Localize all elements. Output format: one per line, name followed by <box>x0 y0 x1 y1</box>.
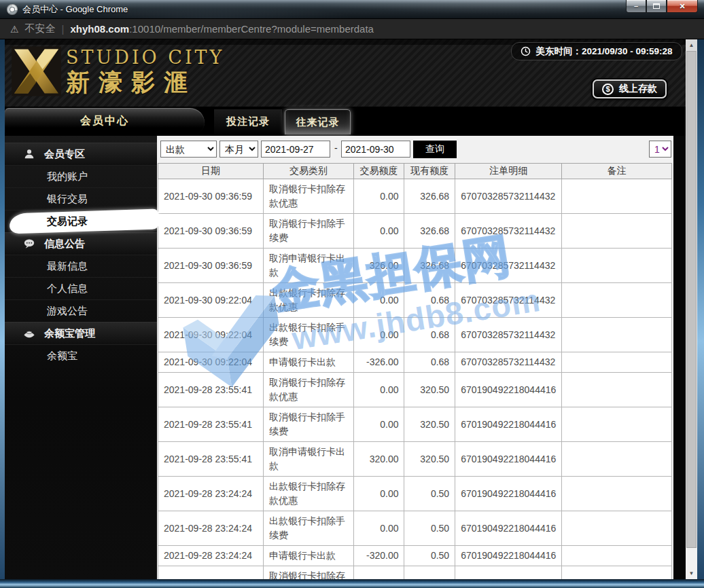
site-header: STUDIO CITY 新濠影滙 美东时间：2021/09/30 - 09:59… <box>5 39 686 107</box>
sidebar-item-latest-info[interactable]: 最新信息 <box>5 255 157 277</box>
column-header: 注单明细 <box>455 164 562 179</box>
vertical-scrollbar[interactable]: ▲ ▼ <box>686 39 697 579</box>
table-cell: 320.50 <box>404 442 455 477</box>
table-cell: 670190492218044416 <box>455 546 562 566</box>
date-from-input[interactable] <box>261 141 330 158</box>
table-row: 2021-09-28 23:24:24申请银行卡出款-320.000.50670… <box>158 546 672 566</box>
table-cell <box>562 511 672 546</box>
table-cell: 670190492218044416 <box>455 373 562 407</box>
nav-row: 会员中心 投注记录 往来记录 <box>5 107 686 136</box>
sidebar-item-bank-transaction[interactable]: 银行交易 <box>5 187 157 210</box>
table-cell: 0.00 <box>353 179 404 214</box>
table-row: 2021-09-30 09:22:04出款银行卡扣除存款优惠0.000.6867… <box>158 283 672 318</box>
title-bar[interactable]: 会员中心 - Google Chrome – ✕ <box>0 0 704 19</box>
sidebar-item-personal-info[interactable]: 个人信息 <box>5 277 157 299</box>
sidebar-item-my-account[interactable]: 我的账户 <box>5 165 157 187</box>
table-cell: 取消银行卡扣除手续费 <box>264 407 354 442</box>
server-time-panel: 美东时间：2021/09/30 - 09:59:28 <box>511 42 682 60</box>
page-select[interactable]: 1 <box>649 141 671 158</box>
table-cell: 取消银行卡扣除存款优惠 <box>264 566 354 580</box>
site-logo[interactable]: STUDIO CITY 新濠影滙 <box>12 46 224 96</box>
table-row: 2021-09-28 23:55:41取消银行卡扣除存款优惠0.00320.50… <box>158 373 672 407</box>
sidebar-item-game-announcement[interactable]: 游戏公告 <box>5 299 157 322</box>
brand-name-en: STUDIO CITY <box>66 47 224 68</box>
table-cell: 0.00 <box>353 373 404 407</box>
sidebar-item-yuebao[interactable]: 余额宝 <box>5 344 157 367</box>
window-border-bottom <box>0 579 704 588</box>
table-cell: 2021-09-28 23:24:24 <box>158 477 264 511</box>
browser-window: 会员中心 - Google Chrome – ✕ ⚠ 不安全 | xhyh08.… <box>0 0 704 588</box>
section-title: 余额宝管理 <box>44 327 95 340</box>
security-label[interactable]: 不安全 <box>25 22 56 35</box>
table-row: 2021-09-30 09:36:59取消银行卡扣除手续费0.00326.686… <box>158 214 672 249</box>
sidebar-section-yuebao-management[interactable]: 余额宝管理 <box>5 322 157 344</box>
scrollbar-thumb[interactable] <box>686 51 697 548</box>
arrow-up-icon: ▲ <box>689 42 694 48</box>
maximize-button[interactable] <box>646 0 667 13</box>
sidebar-section-member-zone[interactable]: 会员专区 <box>5 143 157 165</box>
content-area: 出款 本月 - 查询 1 <box>157 136 673 579</box>
url-text[interactable]: xhyh08.com:10010/member/memberCentre?mod… <box>70 23 373 35</box>
filter-bar: 出款 本月 - 查询 1 <box>157 136 673 163</box>
minimize-button[interactable]: – <box>626 0 646 13</box>
column-header: 交易额度 <box>353 164 404 179</box>
search-button[interactable]: 查询 <box>413 141 457 158</box>
arrow-down-icon: ▼ <box>689 570 694 576</box>
address-bar[interactable]: ⚠ 不安全 | xhyh08.com:10010/member/memberCe… <box>0 19 704 39</box>
table-cell: 320.50 <box>404 373 455 407</box>
window-title: 会员中心 - Google Chrome <box>22 3 128 16</box>
window-border-left <box>0 39 5 588</box>
table-cell: 出款银行卡扣除手续费 <box>264 318 354 352</box>
tab-transaction-records[interactable]: 往来记录 <box>285 109 351 134</box>
date-to-input[interactable] <box>341 141 410 158</box>
table-cell: 320.50 <box>404 566 455 580</box>
close-button[interactable]: ✕ <box>667 0 698 13</box>
transaction-type-select[interactable]: 出款 <box>160 141 217 158</box>
table-cell <box>562 214 672 249</box>
table-cell: 取消申请银行卡出款 <box>264 249 354 283</box>
sidebar-section-announcements[interactable]: 信息公告 <box>5 232 157 255</box>
table-cell: 670190492218044416 <box>455 442 562 477</box>
table-cell <box>562 373 672 407</box>
address-divider: | <box>62 23 65 35</box>
tab-label: 往来记录 <box>296 116 340 129</box>
tab-betting-records[interactable]: 投注记录 <box>213 109 282 134</box>
table-cell: 0.00 <box>353 407 404 442</box>
table-cell: 0.00 <box>353 318 404 352</box>
table-header-row: 日期交易类别交易额度现有额度注单明细备注 <box>158 164 672 179</box>
table-body: 2021-09-30 09:36:59取消银行卡扣除存款优惠0.00326.68… <box>158 179 672 580</box>
dollar-icon: $ <box>602 84 614 95</box>
table-cell <box>562 442 672 477</box>
table-cell: 2021-09-30 09:22:04 <box>158 318 264 352</box>
scroll-down-button[interactable]: ▼ <box>686 568 697 579</box>
table-cell: 申请银行卡出款 <box>264 352 354 373</box>
tab-label: 投注记录 <box>226 115 270 128</box>
records-table-wrap: 日期交易类别交易额度现有额度注单明细备注 2021-09-30 09:36:59… <box>158 163 673 579</box>
table-row: 2021-09-28 23:55:41取消银行卡扣除手续费0.00320.506… <box>158 407 672 442</box>
table-cell: 2021-09-30 09:36:59 <box>158 214 264 249</box>
table-cell: 670703285732114432 <box>455 283 562 318</box>
period-select[interactable]: 本月 <box>219 141 258 158</box>
table-cell: 0.68 <box>404 318 455 352</box>
online-deposit-button[interactable]: $ 线上存款 <box>593 79 667 98</box>
table-row: 2021-09-30 09:36:59取消申请银行卡出款326.00326.68… <box>158 249 672 283</box>
table-cell: 2021-09-28 19:58:31 <box>158 566 264 580</box>
table-cell: 326.68 <box>404 214 455 249</box>
table-row: 2021-09-28 23:24:24出款银行卡扣除手续费0.000.50670… <box>158 511 672 546</box>
column-header: 日期 <box>158 164 264 179</box>
table-cell: 0.50 <box>404 477 455 511</box>
table-cell: 0.68 <box>404 352 455 373</box>
scroll-up-button[interactable]: ▲ <box>686 39 697 51</box>
table-cell: 0.00 <box>353 214 404 249</box>
table-cell: 0.50 <box>404 546 455 566</box>
section-title: 信息公告 <box>44 238 85 251</box>
table-cell <box>562 352 672 373</box>
table-cell: 2021-09-28 23:24:24 <box>158 511 264 546</box>
sidebar-item-transaction-records[interactable]: 交易记录 <box>5 210 157 232</box>
table-row: 2021-09-30 09:22:04出款银行卡扣除手续费0.000.68670… <box>158 318 672 352</box>
table-cell: 取消申请银行卡出款 <box>264 442 354 477</box>
table-cell: 0.68 <box>404 283 455 318</box>
table-cell: 取消银行卡扣除手续费 <box>264 214 354 249</box>
table-cell: 出款银行卡扣除存款优惠 <box>264 477 354 511</box>
table-cell <box>562 546 672 566</box>
